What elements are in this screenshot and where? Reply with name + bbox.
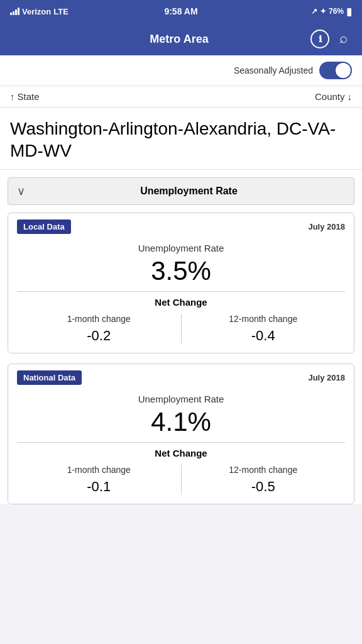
battery-icon: ▮ [346, 6, 352, 18]
national-data-card: National Data July 2018 Unemployment Rat… [8, 364, 354, 504]
local-card-body: Unemployment Rate 3.5% Net Change 1-mont… [8, 240, 354, 353]
national-data-badge: National Data [17, 370, 82, 385]
national-data-date: July 2018 [308, 373, 345, 382]
local-stat-value: 3.5% [17, 256, 345, 286]
seasonally-adjusted-row: Seasonally Adjusted [0, 55, 362, 86]
signal-bars-icon [10, 8, 19, 15]
local-data-card: Local Data July 2018 Unemployment Rate 3… [8, 213, 354, 353]
county-label: County [315, 91, 345, 102]
national-card-body: Unemployment Rate 4.1% Net Change 1-mont… [8, 391, 354, 504]
national-twelve-month-label: 12-month change [187, 465, 341, 475]
seasonally-adjusted-toggle[interactable] [319, 62, 352, 79]
status-bar-left: Verizon LTE [10, 7, 69, 16]
state-county-nav: State County [0, 86, 362, 108]
national-net-change-label: Net Change [17, 448, 345, 458]
local-twelve-month-col: 12-month change -0.4 [182, 314, 346, 344]
location-title-section: Washington-Arlington-Alexandria, DC-VA-M… [0, 108, 362, 170]
content-area: Seasonally Adjusted State County Washing… [0, 55, 362, 504]
network-label: LTE [53, 7, 69, 16]
info-button[interactable]: ℹ [310, 30, 329, 48]
chevron-down-icon: ∨ [17, 184, 25, 198]
local-net-change-label: Net Change [17, 297, 345, 308]
national-twelve-month-col: 12-month change -0.5 [182, 465, 346, 495]
state-label: State [18, 91, 40, 102]
arrow-icon: ↗ [311, 7, 317, 16]
status-bar-right: ↗ ✦ 76% ▮ [311, 6, 352, 18]
local-one-month-value: -0.2 [22, 328, 176, 344]
seasonally-adjusted-label: Seasonally Adjusted [234, 65, 313, 75]
local-twelve-month-label: 12-month change [187, 314, 341, 324]
national-divider [17, 442, 345, 443]
local-one-month-label: 1-month change [22, 314, 176, 324]
arrow-down-icon [348, 91, 353, 102]
status-bar: Verizon LTE 9:58 AM ↗ ✦ 76% ▮ [0, 0, 362, 23]
location-name: Washington-Arlington-Alexandria, DC-VA-M… [10, 118, 352, 162]
page-bottom [0, 514, 362, 540]
national-one-month-col: 1-month change -0.1 [17, 465, 182, 495]
national-one-month-label: 1-month change [22, 465, 176, 475]
national-twelve-month-value: -0.5 [187, 479, 341, 495]
national-one-month-value: -0.1 [22, 479, 176, 495]
nav-bar: Metro Area ℹ ⌕ [0, 23, 362, 55]
local-card-header: Local Data July 2018 [8, 213, 354, 240]
local-data-date: July 2018 [308, 222, 345, 231]
local-twelve-month-value: -0.4 [187, 328, 341, 344]
local-data-badge: Local Data [17, 219, 71, 234]
time-label: 9:58 AM [164, 6, 197, 16]
metric-dropdown-label: Unemployment Rate [33, 186, 345, 197]
nav-title: Metro Area [48, 33, 310, 46]
search-button[interactable]: ⌕ [334, 30, 352, 47]
county-link[interactable]: County [315, 91, 352, 102]
local-one-month-col: 1-month change -0.2 [17, 314, 182, 344]
carrier-label: Verizon [22, 7, 51, 16]
local-change-row: 1-month change -0.2 12-month change -0.4 [17, 314, 345, 344]
national-stat-label: Unemployment Rate [17, 394, 345, 404]
battery-label: 76% [329, 7, 344, 16]
national-stat-value: 4.1% [17, 407, 345, 437]
state-link[interactable]: State [10, 91, 40, 102]
metric-dropdown[interactable]: ∨ Unemployment Rate [8, 177, 354, 205]
bluetooth-icon: ✦ [320, 7, 326, 16]
national-card-header: National Data July 2018 [8, 364, 354, 391]
toggle-knob [336, 63, 351, 78]
local-stat-label: Unemployment Rate [17, 243, 345, 253]
search-icon: ⌕ [339, 30, 348, 47]
nav-icons: ℹ ⌕ [310, 30, 352, 48]
local-divider [17, 291, 345, 292]
arrow-up-icon [10, 91, 15, 102]
national-change-row: 1-month change -0.1 12-month change -0.5 [17, 465, 345, 495]
